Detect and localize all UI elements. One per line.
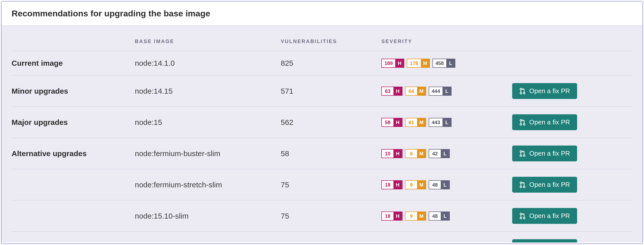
severity-group: 63H64M444L — [381, 87, 507, 96]
table-row: Minor upgradesnode:14.1557163H64M444L Op… — [12, 76, 632, 107]
recommendations-table-wrap: BASE IMAGE VULNERABILITIES SEVERITY Curr… — [2, 26, 642, 242]
row-action: Open a fix PR — [510, 169, 632, 200]
severity-letter-medium: M — [417, 181, 426, 189]
severity-count-medium: 9 — [406, 181, 417, 189]
row-category: Major upgrades — [12, 107, 132, 138]
pull-request-icon — [519, 213, 526, 219]
severity-count-high: 10 — [382, 150, 393, 158]
severity-pill-low: 444L — [429, 87, 452, 96]
table-row: node:14.16.0-buster32535H49M241L Open a … — [12, 232, 632, 243]
severity-count-low: 458 — [433, 59, 446, 67]
row-category — [12, 169, 132, 200]
severity-pill-low: 48L — [429, 212, 450, 221]
severity-count-high: 18 — [382, 212, 393, 220]
row-category: Current image — [12, 51, 132, 76]
severity-count-high: 189 — [382, 59, 395, 67]
severity-pill-medium: 178M — [407, 59, 430, 68]
row-category: Minor upgrades — [12, 76, 132, 107]
open-fix-pr-button[interactable]: Open a fix PR — [512, 146, 577, 161]
severity-pill-low: 48L — [429, 180, 450, 189]
open-fix-pr-label: Open a fix PR — [529, 181, 570, 189]
svg-point-7 — [520, 155, 522, 156]
svg-point-2 — [523, 92, 525, 94]
pull-request-icon — [519, 88, 526, 94]
severity-count-high: 63 — [382, 87, 393, 95]
severity-letter-low: L — [446, 59, 455, 67]
severity-pill-medium: 9M — [405, 212, 426, 221]
row-vulnerability-count: 825 — [278, 51, 379, 76]
severity-letter-high: H — [393, 181, 402, 189]
row-action: Open a fix PR — [510, 107, 632, 138]
severity-count-low: 48 — [429, 181, 441, 189]
svg-point-9 — [520, 182, 522, 184]
severity-pill-high: 58H — [381, 118, 403, 127]
svg-point-10 — [520, 186, 522, 188]
severity-letter-medium: M — [417, 150, 426, 158]
row-severity: 18H9M48L — [379, 200, 510, 232]
severity-count-low: 443 — [429, 118, 442, 126]
severity-letter-medium: M — [417, 118, 426, 126]
row-action: Open a fix PR — [510, 76, 632, 107]
severity-pill-low: 443L — [429, 118, 452, 127]
severity-letter-low: L — [441, 150, 449, 158]
open-fix-pr-button[interactable]: Open a fix PR — [512, 239, 577, 242]
row-action: Open a fix PR — [510, 200, 632, 232]
col-vulnerabilities: VULNERABILITIES — [278, 34, 379, 51]
row-base-image: node:15 — [132, 107, 278, 138]
row-severity: 10H6M42L — [379, 138, 510, 169]
row-vulnerability-count: 58 — [278, 138, 379, 169]
open-fix-pr-label: Open a fix PR — [529, 150, 570, 157]
row-action — [510, 51, 632, 76]
severity-count-high: 18 — [382, 181, 393, 189]
open-fix-pr-button[interactable]: Open a fix PR — [512, 83, 577, 99]
severity-letter-low: L — [441, 181, 449, 189]
open-fix-pr-button[interactable]: Open a fix PR — [512, 177, 577, 193]
row-base-image: node:14.1.0 — [132, 51, 278, 76]
severity-count-low: 48 — [429, 212, 441, 220]
panel-header: Recommendations for upgrading the base i… — [2, 2, 642, 26]
severity-pill-low: 458L — [432, 59, 455, 68]
severity-letter-low: L — [442, 118, 451, 126]
open-fix-pr-button[interactable]: Open a fix PR — [512, 114, 577, 130]
svg-point-12 — [520, 213, 522, 215]
severity-letter-medium: M — [417, 212, 426, 220]
severity-count-medium: 9 — [406, 212, 417, 220]
row-base-image: node:14.16.0-buster — [132, 232, 278, 243]
severity-count-low: 444 — [429, 87, 442, 95]
severity-letter-low: L — [442, 87, 451, 95]
row-base-image: node:fermium-buster-slim — [132, 138, 278, 169]
severity-pill-high: 18H — [381, 212, 403, 221]
severity-group: 10H6M42L — [381, 149, 507, 158]
severity-pill-high: 63H — [381, 87, 403, 96]
severity-pill-medium: 61M — [405, 118, 426, 127]
row-vulnerability-count: 562 — [278, 107, 379, 138]
recommendations-panel: Recommendations for upgrading the base i… — [1, 1, 643, 244]
severity-pill-high: 18H — [381, 180, 403, 189]
severity-count-low: 42 — [429, 150, 441, 158]
row-severity: 189H178M458L — [379, 51, 510, 76]
severity-letter-low: L — [441, 212, 449, 220]
pull-request-icon — [519, 150, 526, 157]
row-severity: 35H49M241L — [379, 232, 510, 243]
severity-pill-medium: 6M — [405, 149, 426, 158]
row-severity: 63H64M444L — [379, 76, 510, 107]
severity-letter-high: H — [393, 212, 402, 220]
row-action: Open a fix PR — [510, 232, 632, 243]
row-base-image: node:14.15 — [132, 76, 278, 107]
severity-group: 18H9M48L — [381, 212, 507, 221]
row-vulnerability-count: 75 — [278, 169, 379, 200]
row-vulnerability-count: 75 — [278, 200, 379, 232]
row-severity: 18H9M48L — [379, 169, 510, 200]
severity-letter-high: H — [393, 150, 402, 158]
svg-point-4 — [520, 123, 522, 125]
pull-request-icon — [519, 182, 526, 188]
row-vulnerability-count: 571 — [278, 76, 379, 107]
severity-letter-high: H — [393, 87, 402, 95]
table-row: node:15.10-slim7518H9M48L Open a fix PR — [12, 200, 632, 232]
svg-point-5 — [523, 123, 525, 125]
open-fix-pr-button[interactable]: Open a fix PR — [512, 208, 577, 224]
severity-letter-high: H — [395, 59, 404, 67]
col-base-image: BASE IMAGE — [132, 34, 278, 51]
severity-pill-low: 42L — [429, 149, 450, 158]
severity-group: 58H61M443L — [381, 118, 507, 127]
